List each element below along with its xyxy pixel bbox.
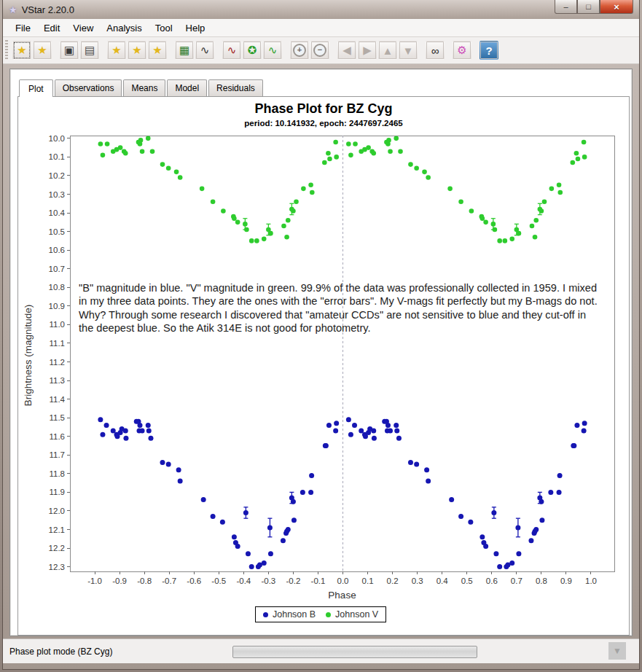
svg-text:10.1: 10.1: [49, 152, 65, 161]
svg-text:11.0: 11.0: [49, 320, 65, 329]
svg-text:0.9: 0.9: [560, 577, 572, 585]
new-star-from-database-button[interactable]: ★: [12, 41, 31, 60]
svg-text:12.1: 12.1: [49, 526, 65, 534]
pan-up-icon: ▲: [383, 44, 394, 57]
toolbar: ★★▣▤★★★▦∿∿✪∿+−◀▶▲▼∞⚙?: [3, 37, 639, 64]
plot-tab-content: Phase Plot for BZ Cyg period: 10.141932,…: [17, 96, 630, 636]
tab-observations[interactable]: Observations: [55, 79, 122, 97]
svg-text:12.3: 12.3: [49, 563, 65, 571]
close-button[interactable]: ×: [600, 0, 633, 14]
vstar-window: ★ VStar 2.20.0 –□× FileEditViewAnalysisT…: [2, 0, 640, 670]
star-info-button[interactable]: ★: [107, 41, 126, 60]
pan-up-button[interactable]: ▲: [378, 41, 397, 60]
observation-details-button[interactable]: ★: [148, 41, 167, 60]
svg-text:11.8: 11.8: [49, 469, 65, 478]
svg-text:-1.0: -1.0: [87, 577, 102, 585]
maximize-button[interactable]: □: [577, 0, 600, 14]
zoom-out-button[interactable]: −: [310, 41, 329, 60]
svg-text:10.6: 10.6: [49, 246, 65, 254]
menu-tool[interactable]: Tool: [149, 20, 179, 36]
polynomial-fit-button[interactable]: ∿: [263, 41, 282, 60]
pan-down-button[interactable]: ▼: [399, 41, 418, 60]
save-button[interactable]: ▣: [60, 41, 79, 60]
status-bar: Phase plot mode (BZ Cyg) ▼: [3, 638, 639, 663]
preferences-button[interactable]: ⚙: [453, 41, 471, 60]
preferences-icon: ⚙: [457, 44, 466, 57]
svg-text:11.1: 11.1: [49, 339, 65, 348]
vstar-app-icon: ★: [9, 4, 17, 15]
new-star-from-file-button[interactable]: ★: [33, 41, 52, 60]
menu-bar: FileEditViewAnalysisToolHelp: [3, 19, 639, 37]
minimize-button[interactable]: –: [555, 0, 577, 14]
help-button[interactable]: ?: [479, 41, 498, 60]
x-axis-label: Phase: [70, 590, 614, 601]
zoom-out-icon: −: [313, 44, 326, 57]
svg-text:0.6: 0.6: [486, 577, 498, 585]
window-frame-edge: [3, 663, 639, 669]
svg-text:-0.1: -0.1: [311, 577, 326, 585]
tab-residuals[interactable]: Residuals: [208, 79, 263, 97]
svg-text:0.8: 0.8: [536, 577, 547, 585]
light-curve-icon: ∿: [227, 44, 237, 57]
legend-label: Johnson B: [273, 609, 316, 620]
search-button[interactable]: ∞: [426, 41, 445, 60]
menu-view[interactable]: View: [66, 20, 100, 36]
print-button[interactable]: ▤: [80, 41, 99, 60]
pan-left-button[interactable]: ◀: [337, 41, 356, 60]
raw-data-button[interactable]: ▦: [175, 41, 194, 60]
pan-right-icon: ▶: [363, 44, 372, 57]
pan-left-icon: ◀: [342, 44, 351, 57]
tab-plot[interactable]: Plot: [19, 79, 53, 97]
phase-plot-button[interactable]: ∿: [195, 41, 214, 60]
plot-annotation: "B" magnitude in blue. "V" magnitude in …: [79, 281, 603, 335]
polynomial-fit-icon: ∿: [268, 44, 278, 57]
toolbar-drag-handle[interactable]: [5, 40, 8, 60]
new-star-from-database-icon: ★: [17, 44, 26, 57]
svg-text:-0.8: -0.8: [137, 577, 152, 585]
filter-button[interactable]: ✪: [243, 41, 262, 60]
svg-text:-0.5: -0.5: [211, 577, 226, 585]
svg-text:-0.2: -0.2: [286, 577, 301, 585]
main-panel: PlotObservationsMeansModelResiduals Phas…: [9, 69, 633, 636]
plot-control-icon: ★: [132, 44, 141, 57]
phase-plot-canvas: -1.0-0.9-0.8-0.7-0.6-0.5-0.4-0.3-0.2-0.1…: [18, 97, 629, 635]
menu-analysis[interactable]: Analysis: [100, 20, 148, 36]
search-icon: ∞: [431, 44, 439, 57]
svg-text:0.7: 0.7: [511, 577, 522, 585]
tab-means[interactable]: Means: [123, 79, 165, 97]
star-info-icon: ★: [111, 44, 121, 57]
observation-details-icon: ★: [152, 44, 162, 57]
svg-text:-0.6: -0.6: [187, 577, 201, 585]
title-bar[interactable]: ★ VStar 2.20.0 –□×: [3, 0, 639, 19]
svg-text:11.4: 11.4: [49, 395, 65, 404]
zoom-in-button[interactable]: +: [290, 41, 309, 60]
window-controls: –□×: [555, 0, 633, 14]
pan-right-button[interactable]: ▶: [358, 41, 377, 60]
tab-model[interactable]: Model: [167, 79, 207, 97]
johnson-v-dot-icon: [326, 612, 331, 617]
svg-text:0.4: 0.4: [437, 577, 449, 585]
svg-text:10.4: 10.4: [49, 208, 66, 217]
plot-control-button[interactable]: ★: [128, 41, 146, 60]
print-icon: ▤: [85, 44, 95, 57]
pan-down-icon: ▼: [403, 44, 414, 57]
menu-edit[interactable]: Edit: [37, 20, 66, 36]
svg-text:10.5: 10.5: [49, 227, 65, 236]
johnson-b-dot-icon: [263, 612, 268, 617]
svg-text:1.0: 1.0: [585, 577, 597, 585]
svg-text:10.7: 10.7: [49, 265, 65, 273]
menu-help[interactable]: Help: [179, 20, 212, 36]
menu-file[interactable]: File: [9, 20, 37, 36]
svg-text:10.9: 10.9: [49, 302, 65, 310]
legend-item-johnson-b: Johnson B: [263, 609, 316, 620]
svg-text:11.6: 11.6: [49, 432, 65, 441]
status-corner-button[interactable]: ▼: [608, 642, 626, 660]
svg-text:12.2: 12.2: [49, 544, 65, 552]
window-title: VStar 2.20.0: [22, 4, 74, 15]
svg-text:0.2: 0.2: [387, 577, 399, 585]
status-mode-text: Phase plot mode (BZ Cyg): [9, 646, 112, 657]
svg-text:10.8: 10.8: [49, 283, 65, 292]
svg-text:-0.3: -0.3: [261, 577, 275, 585]
light-curve-button[interactable]: ∿: [222, 41, 241, 60]
new-star-from-file-icon: ★: [37, 44, 47, 57]
